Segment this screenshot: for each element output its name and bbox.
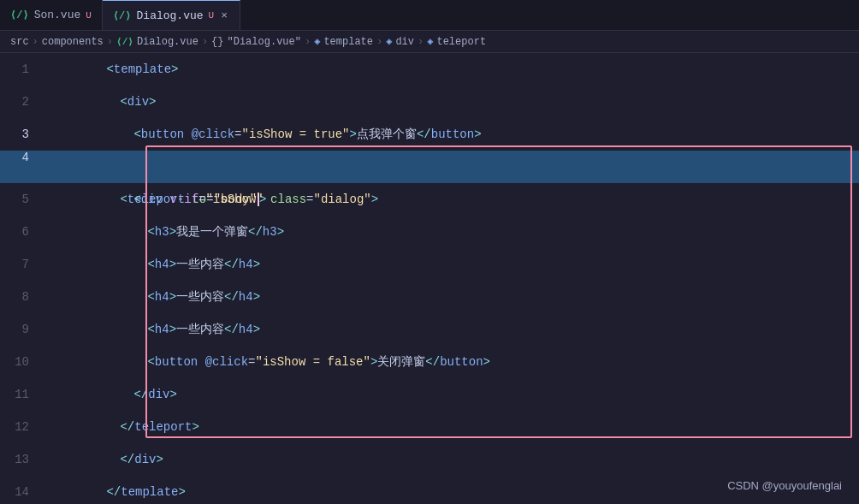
code-editor[interactable]: 1 <template> 2 <div> 3 <button @click="i… [0, 53, 859, 504]
line-num-8: 8 [0, 290, 43, 304]
line-num-3: 3 [0, 127, 43, 141]
breadcrumb-dialog-vue: Dialog.vue [137, 36, 198, 48]
tab-dialog-modified: U [209, 10, 215, 21]
line-num-4: 4 [0, 151, 43, 183]
code-content-14: </template> [43, 443, 859, 504]
breadcrumb-div: div [395, 36, 414, 48]
tab-bar: ⟨/⟩ Son.vue U ⟨/⟩ Dialog.vue U × [0, 0, 859, 31]
breadcrumb-src: src [10, 36, 29, 48]
breadcrumb-template: template [323, 36, 373, 48]
line-num-10: 10 [0, 355, 43, 369]
line-num-7: 7 [0, 258, 43, 271]
vue-icon-dialog: ⟨/⟩ [113, 9, 132, 22]
breadcrumb-template-icon: ◈ [314, 35, 320, 48]
line-num-1: 1 [0, 62, 43, 76]
breadcrumb-teleport-icon: ◈ [427, 35, 433, 48]
breadcrumb-div-icon: ◈ [386, 35, 392, 48]
line-num-9: 9 [0, 323, 43, 336]
line-num-2: 2 [0, 95, 43, 109]
tab-son-modified: U [86, 10, 92, 21]
breadcrumb-dialog-quoted: "Dialog.vue" [228, 36, 301, 48]
line-num-14: 14 [0, 485, 43, 499]
breadcrumb-components: components [42, 36, 104, 48]
breadcrumb: src › components › ⟨/⟩ Dialog.vue › {} "… [0, 31, 859, 53]
line-num-12: 12 [0, 420, 43, 434]
code-line-3: 3 <button @click="isShow = true">点我弹个窗</… [0, 118, 859, 151]
breadcrumb-teleport: teleport [436, 36, 486, 48]
line-num-13: 13 [0, 453, 43, 466]
breadcrumb-curly: {} [211, 36, 223, 48]
line-num-11: 11 [0, 388, 43, 401]
vue-icon-son: ⟨/⟩ [10, 9, 29, 21]
tab-son-label: Son.vue [34, 9, 81, 21]
tab-close-button[interactable]: × [219, 9, 229, 22]
line-num-5: 5 [0, 193, 43, 206]
tab-son-vue[interactable]: ⟨/⟩ Son.vue U [0, 0, 103, 30]
tab-dialog-label: Dialog.vue [137, 9, 204, 22]
watermark: CSDN @youyoufenglai [727, 479, 842, 492]
tab-dialog-vue[interactable]: ⟨/⟩ Dialog.vue U × [103, 0, 240, 30]
line-num-6: 6 [0, 225, 43, 239]
